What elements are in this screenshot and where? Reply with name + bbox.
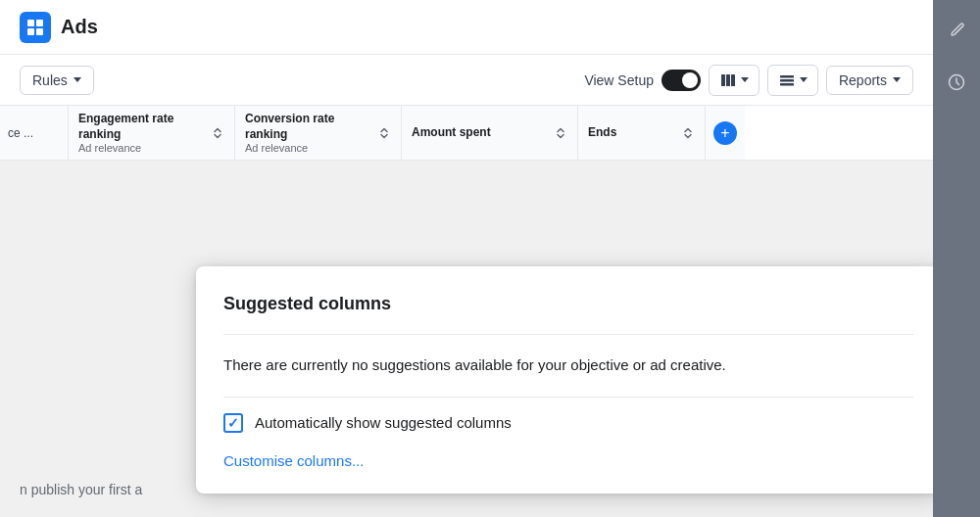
filter-button[interactable] [767,65,818,96]
columns-icon [719,71,737,89]
page-header: Ads [0,0,933,55]
main-content: Ads Rules View Setup [0,0,933,517]
conversion-col-header: Conversion rate ranking Ad relevance [235,106,402,160]
checkbox-label: Automatically show suggested columns [255,414,512,431]
svg-rect-4 [721,74,725,86]
svg-rect-7 [780,75,794,78]
rules-chevron-icon [74,77,81,82]
ends-col-header: Ends [578,106,706,160]
conversion-col-sublabel: Ad relevance [245,142,373,154]
ends-col-text: Ends [588,125,616,141]
engagement-col-label: Engagement rate ranking [78,112,207,142]
history-icon[interactable] [941,67,972,98]
add-col-header: + [706,106,745,160]
svg-rect-2 [27,28,34,35]
page-title: Ads [61,16,98,38]
ends-sort-icon[interactable] [681,126,695,140]
reports-label: Reports [839,72,887,88]
auto-show-checkbox[interactable]: ✓ [223,413,243,433]
reports-button[interactable]: Reports [826,66,913,95]
rules-label: Rules [32,72,68,88]
customise-columns-link[interactable]: Customise columns... [223,452,364,469]
suggested-columns-popup: Suggested columns There are currently no… [196,266,933,494]
svg-rect-3 [36,28,43,35]
popup-message: There are currently no suggestions avail… [223,354,913,377]
svg-rect-9 [780,83,794,86]
engagement-sort-icon[interactable] [211,126,224,140]
checkbox-row: ✓ Automatically show suggested columns [223,413,913,433]
conversion-col-label: Conversion rate ranking [245,112,373,142]
amount-col-text: Amount spent [412,125,491,141]
truncated-col-label: ce ... [8,126,33,140]
ends-col-label: Ends [588,125,616,141]
svg-rect-6 [731,74,735,86]
truncated-col-header: ce ... [0,106,69,160]
popup-title: Suggested columns [223,294,913,314]
popup-divider-top [223,334,913,335]
add-column-button[interactable]: + [713,121,737,145]
view-setup-label: View Setup [584,72,654,88]
svg-rect-8 [780,79,794,82]
checkmark-icon: ✓ [227,416,239,430]
engagement-col-text: Engagement rate ranking Ad relevance [78,112,207,154]
view-setup-group: View Setup [584,70,701,91]
rules-button[interactable]: Rules [20,66,94,95]
amount-sort-icon[interactable] [554,126,567,140]
conversion-sort-icon[interactable] [377,126,391,140]
publish-text: n publish your first a [20,482,142,497]
view-setup-toggle[interactable] [662,70,701,91]
right-sidebar [933,0,980,517]
popup-divider-bottom [223,397,913,398]
amount-col-label: Amount spent [412,125,491,141]
svg-rect-0 [27,20,34,26]
engagement-col-sublabel: Ad relevance [78,142,207,154]
table-header: ce ... Engagement rate ranking Ad releva… [0,106,933,161]
svg-rect-5 [726,74,730,86]
columns-chevron-icon [741,77,749,82]
engagement-col-header: Engagement rate ranking Ad relevance [69,106,235,160]
edit-icon[interactable] [941,16,972,47]
toolbar: Rules View Setup [0,55,933,106]
conversion-col-text: Conversion rate ranking Ad relevance [245,112,373,154]
svg-rect-1 [36,20,43,26]
columns-button[interactable] [709,65,760,96]
amount-col-header: Amount spent [402,106,578,160]
ads-app-icon [20,12,51,43]
filter-icon [778,71,796,89]
reports-chevron-icon [893,77,901,82]
filter-chevron-icon [800,77,808,82]
table-body: n publish your first a Suggested columns… [0,161,933,517]
toggle-knob [682,72,698,88]
